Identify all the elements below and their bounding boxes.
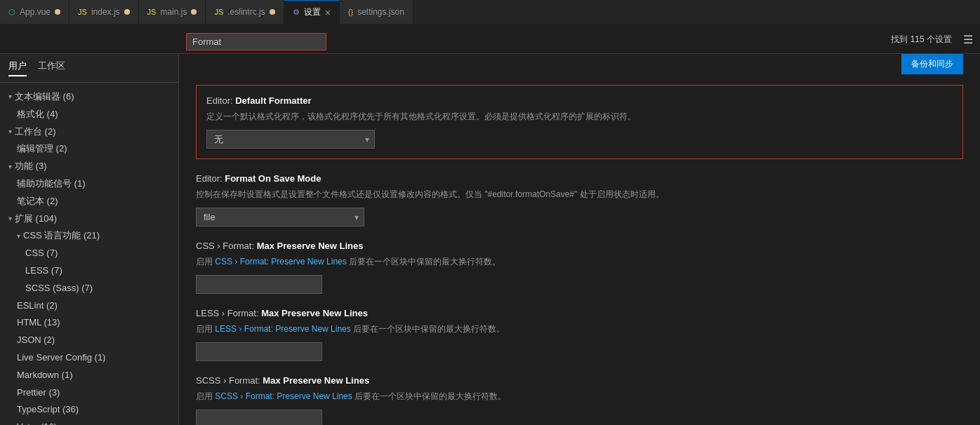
tree-item-label: Live Server Config (1): [17, 351, 105, 365]
setting-desc-link[interactable]: CSS › Format: Preserve New Lines: [215, 257, 346, 267]
tree-item-label: 编辑管理 (2): [17, 142, 67, 156]
chevron-icon: ▾: [8, 91, 12, 102]
setting-desc: 启用 LESS › Format: Preserve New Lines 后要在…: [196, 323, 963, 335]
tree-item-label: Markdown (1): [17, 368, 72, 383]
close-tab-button[interactable]: ×: [325, 8, 331, 18]
js-icon: JS: [214, 8, 223, 16]
tree-item-label: HTML (13): [17, 316, 60, 330]
tree-item[interactable]: Markdown (1): [0, 367, 178, 384]
tree-item[interactable]: ▾文本编辑器 (6): [0, 88, 178, 106]
tab-label: App.vue: [20, 7, 51, 17]
setting-less-max-preserve-new-lines: LESS › Format: Max Preserve New Lines启用 …: [196, 308, 963, 361]
setting-title: CSS › Format: Max Preserve New Lines: [196, 241, 963, 251]
tree-item-label: 格式化 (4): [17, 107, 58, 122]
setting-desc: 定义一个默认格式化程序，该格式化程序优先于所有其他格式化程序设置。必须是提供格式…: [206, 110, 953, 123]
setting-default-formatter: Editor: Default Formatter定义一个默认格式化程序，该格式…: [196, 85, 963, 159]
setting-css-max-preserve-new-lines: CSS › Format: Max Preserve New Lines启用 C…: [196, 241, 963, 294]
setting-title-bold: Max Preserve New Lines: [261, 308, 368, 318]
setting-input-css-max-preserve-new-lines[interactable]: [196, 275, 322, 294]
tab-settings-json[interactable]: {}settings.json: [340, 0, 413, 25]
tree-item[interactable]: ▾CSS 语言功能 (21): [0, 227, 178, 245]
tree-item[interactable]: ▾功能 (3): [0, 158, 178, 175]
chevron-icon: ▾: [8, 161, 12, 173]
tree-item[interactable]: Prettier (3): [0, 384, 178, 402]
tree-item-label: 文本编辑器 (6): [15, 90, 74, 104]
sidebar-tab-workspace[interactable]: 工作区: [38, 60, 65, 76]
sidebar-tab-user[interactable]: 用户: [8, 60, 27, 76]
setting-desc-link[interactable]: SCSS › Format: Preserve New Lines: [215, 391, 352, 401]
setting-format-on-save-mode: Editor: Format On Save Mode控制在保存时设置格式是设置…: [196, 173, 963, 227]
setting-desc-link[interactable]: LESS › Format: Preserve New Lines: [215, 324, 350, 334]
tree-item-label: SCSS (Sass) (7): [25, 281, 93, 296]
tree-item-label: ESLint (2): [17, 299, 58, 313]
setting-input-less-max-preserve-new-lines[interactable]: [196, 342, 322, 361]
tab-eslintrc-js[interactable]: JS.eslintrc.js: [206, 0, 284, 25]
tree-item-label: 扩展 (104): [15, 212, 57, 227]
main-layout: 用户工作区 ▾文本编辑器 (6)格式化 (4)▾工作台 (2)编辑管理 (2)▾…: [0, 54, 980, 425]
search-bar: 找到 115 个设置 ☰: [0, 25, 980, 54]
modified-indicator: [124, 9, 130, 15]
tree-item[interactable]: ESLint (2): [0, 297, 178, 315]
tree-item[interactable]: TypeScript (36): [0, 401, 178, 419]
tree-item[interactable]: 辅助功能信号 (1): [0, 175, 178, 193]
content-header: 备份和同步: [196, 54, 963, 79]
tab-settings[interactable]: ⚙设置×: [284, 0, 340, 25]
tree-item-label: 笔记本 (2): [17, 194, 58, 209]
setting-scss-max-preserve-new-lines: SCSS › Format: Max Preserve New Lines启用 …: [196, 375, 963, 425]
tab-label: 设置: [304, 6, 321, 18]
search-input[interactable]: [186, 33, 326, 50]
json-icon: {}: [348, 8, 353, 16]
setting-select-default-formatter[interactable]: 无: [206, 130, 375, 149]
tab-label: index.js: [91, 7, 120, 17]
tree-item[interactable]: 格式化 (4): [0, 106, 178, 123]
tab-label: main.js: [160, 7, 187, 17]
modified-indicator: [55, 9, 60, 15]
tree-item[interactable]: CSS (7): [0, 245, 178, 262]
tree-item[interactable]: ▾工作台 (2): [0, 123, 178, 141]
sidebar-tabs: 用户工作区: [0, 60, 178, 83]
content-area: 备份和同步 Editor: Default Formatter定义一个默认格式化…: [179, 54, 980, 425]
setting-desc: 启用 SCSS › Format: Preserve New Lines 后要在…: [196, 390, 963, 403]
tree-item-label: TypeScript (36): [17, 403, 79, 417]
setting-title-bold: Max Preserve New Lines: [257, 241, 364, 251]
tree-item-label: JSON (2): [17, 333, 55, 348]
setting-input-scss-max-preserve-new-lines[interactable]: [196, 410, 322, 425]
setting-title-bold: Default Formatter: [235, 95, 311, 106]
settings-menu-icon[interactable]: ☰: [963, 32, 973, 46]
tree-item[interactable]: Live Server Config (1): [0, 349, 178, 367]
tab-app-vue[interactable]: ⬡App.vue: [0, 0, 69, 25]
modified-indicator: [191, 9, 197, 15]
setting-desc: 启用 CSS › Format: Preserve New Lines 后要在一…: [196, 255, 963, 268]
setting-title: Editor: Default Formatter: [206, 95, 953, 106]
tab-main-js[interactable]: JSmain.js: [139, 0, 206, 25]
chevron-icon: ▾: [8, 126, 12, 137]
vue-icon: ⬡: [8, 8, 15, 17]
modified-indicator: [270, 9, 275, 15]
settings-icon: ⚙: [293, 8, 300, 17]
tree-item[interactable]: SCSS (Sass) (7): [0, 280, 178, 297]
setting-title: LESS › Format: Max Preserve New Lines: [196, 308, 963, 318]
js-icon: JS: [78, 8, 87, 16]
tree-item[interactable]: ▾扩展 (104): [0, 210, 178, 228]
tree-item-label: 辅助功能信号 (1): [17, 177, 86, 191]
setting-desc: 控制在保存时设置格式是设置整个文件格式还是仅设置修改内容的格式。仅当 "#edi…: [196, 188, 963, 201]
tree-item-label: 工作台 (2): [15, 125, 56, 140]
tree-item[interactable]: HTML (13): [0, 314, 178, 332]
tree-item-label: 功能 (3): [15, 159, 47, 174]
tree-item-label: Prettier (3): [17, 386, 60, 400]
setting-title-bold: Format On Save Mode: [225, 173, 321, 184]
tree-item-label: Vetur (16): [17, 420, 57, 425]
select-wrapper: 无▾: [206, 130, 375, 149]
tree-item[interactable]: 编辑管理 (2): [0, 140, 178, 158]
tab-index-js[interactable]: JSindex.js: [69, 0, 139, 25]
setting-select-format-on-save-mode[interactable]: filemodificationsmodificationsIfAvailabl…: [196, 208, 364, 227]
tree-item-label: LESS (7): [25, 264, 62, 278]
tree-item[interactable]: 笔记本 (2): [0, 193, 178, 210]
select-wrapper: filemodificationsmodificationsIfAvailabl…: [196, 208, 364, 227]
tree-item-label: CSS (7): [25, 246, 58, 261]
tree-item[interactable]: JSON (2): [0, 332, 178, 349]
tree-item[interactable]: Vetur (16): [0, 419, 178, 425]
tree-item[interactable]: LESS (7): [0, 262, 178, 280]
backup-sync-button[interactable]: 备份和同步: [901, 54, 963, 74]
chevron-icon: ▾: [17, 231, 20, 242]
